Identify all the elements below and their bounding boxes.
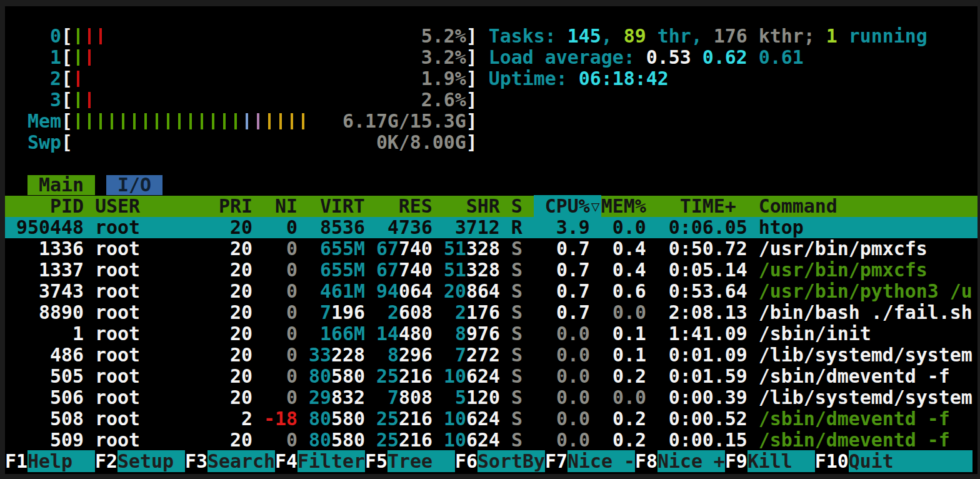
text-segment: htop bbox=[748, 216, 804, 238]
sort-column-cpu[interactable]: CPU%▽ bbox=[534, 195, 601, 217]
text-segment: root bbox=[95, 280, 208, 302]
text-segment: S bbox=[500, 238, 522, 260]
meter-tick bbox=[156, 113, 158, 129]
fn-f3-search-button[interactable]: F3Search bbox=[185, 450, 275, 472]
text-segment: root bbox=[95, 216, 208, 238]
process-row-8890[interactable]: 8890 root 20 0 7196 2608 2176 S 0.7 0.0 … bbox=[5, 302, 978, 323]
text-segment: 8536 bbox=[320, 216, 365, 238]
text-segment: 67 bbox=[376, 238, 399, 260]
text-segment: 0 bbox=[252, 259, 298, 281]
text-segment: 10 bbox=[444, 408, 466, 430]
text-segment: 3743 bbox=[5, 280, 95, 302]
text-segment: 0:53.64 bbox=[646, 280, 748, 302]
text-segment: 0:00.39 bbox=[646, 386, 748, 408]
meter-tick bbox=[77, 71, 79, 87]
text-segment bbox=[365, 429, 376, 451]
text-segment: 296 bbox=[399, 344, 432, 366]
fn-f5-tree-button[interactable]: F5Tree bbox=[365, 450, 455, 472]
meter-tick bbox=[223, 113, 226, 129]
process-row-3743[interactable]: 3743 root 20 0 461M 94064 20864 S 0.7 0.… bbox=[5, 281, 978, 302]
text-segment: 4736 bbox=[388, 216, 432, 238]
process-row-508[interactable]: 508 root 2 -18 80580 25216 10624 S 0.0 0… bbox=[5, 408, 978, 430]
text-segment: 0.2 bbox=[601, 408, 646, 430]
text-segment: 7 bbox=[320, 301, 331, 323]
meter-tick bbox=[167, 113, 169, 129]
text-segment: 864 bbox=[466, 280, 500, 302]
fn-key-label: F5 bbox=[365, 450, 388, 472]
text-segment: 808 bbox=[399, 386, 432, 408]
meter-tick bbox=[122, 113, 124, 129]
text-segment: S bbox=[500, 408, 522, 430]
text-segment: 0.0 bbox=[522, 408, 590, 430]
text-segment: 0.6 bbox=[601, 280, 646, 302]
memory-meter: Mem[ 6.17G/15.3G] bbox=[5, 111, 978, 132]
text-segment: 509 bbox=[5, 429, 95, 451]
text-segment: /sbin/init bbox=[748, 323, 871, 345]
text-segment bbox=[298, 259, 320, 281]
process-row-486[interactable]: 486 root 20 0 33228 8296 7272 S 0.0 0.1 … bbox=[5, 345, 978, 366]
tab-io[interactable]: I/O bbox=[106, 175, 162, 195]
process-row-950448[interactable]: 950448 root 20 0 8536 4736 3712 R 3.9 0.… bbox=[5, 217, 978, 238]
text-segment bbox=[590, 365, 601, 387]
text-segment: root bbox=[95, 259, 208, 281]
text-segment: 20 bbox=[208, 280, 252, 302]
text-segment: 0:01.09 bbox=[646, 344, 748, 366]
meter-tick bbox=[257, 113, 259, 129]
text-segment bbox=[432, 344, 455, 366]
text-segment: 0 bbox=[252, 238, 298, 260]
text-segment: [ bbox=[61, 131, 72, 153]
process-row-1336[interactable]: 1336 root 20 0 655M 67740 51328 S 0.7 0.… bbox=[5, 238, 978, 260]
fn-f9-kill-button[interactable]: F9Kill bbox=[725, 450, 815, 472]
text-segment bbox=[590, 280, 601, 302]
text-segment: [ bbox=[61, 25, 72, 47]
text-segment: 608 bbox=[399, 301, 432, 323]
text-segment: /usr/bin/python3 /u bbox=[748, 280, 972, 302]
fn-f1-help-button[interactable]: F1Help bbox=[5, 450, 95, 472]
text-segment: thr, bbox=[646, 25, 714, 47]
meter-tick bbox=[77, 49, 79, 66]
text-segment: 216 bbox=[399, 429, 432, 451]
meter-tick bbox=[178, 113, 181, 129]
process-row-1337[interactable]: 1337 root 20 0 655M 67740 51328 S 0.7 0.… bbox=[5, 260, 978, 281]
text-segment bbox=[365, 280, 376, 302]
text-segment: /sbin/dmeventd -f bbox=[748, 408, 950, 430]
meter-tick bbox=[133, 113, 136, 129]
text-segment: /usr/bin/pmxcfs bbox=[748, 259, 928, 281]
htop-terminal: 0[ 5.2%] Tasks: 145, 89 thr, 176 kthr; 1… bbox=[5, 6, 978, 474]
meter-tick bbox=[88, 92, 91, 108]
text-segment: 94 bbox=[376, 280, 399, 302]
text-segment: 0.2 bbox=[601, 429, 646, 451]
text-segment: 20 bbox=[208, 365, 252, 387]
text-segment: 0.4 bbox=[601, 238, 646, 260]
text-segment bbox=[590, 429, 601, 451]
text-segment: 80 bbox=[309, 408, 331, 430]
process-row-505[interactable]: 505 root 20 0 80580 25216 10624 S 0.0 0.… bbox=[5, 366, 978, 387]
fn-f7-nice--button[interactable]: F7Nice - bbox=[545, 450, 635, 472]
text-segment: MEM% TIME+ Command bbox=[601, 195, 838, 217]
text-segment: 20 bbox=[208, 429, 252, 451]
fn-f2-setup-button[interactable]: F2Setup bbox=[95, 450, 185, 472]
tab-main[interactable]: Main bbox=[28, 175, 95, 195]
text-segment bbox=[432, 216, 455, 238]
text-segment: 1:41.09 bbox=[646, 323, 748, 345]
text-segment: [ bbox=[61, 89, 72, 111]
text-segment: [ bbox=[61, 110, 72, 132]
text-segment: 486 bbox=[5, 344, 95, 366]
text-segment: 0.1 bbox=[601, 323, 646, 345]
fn-f4-filter-button[interactable]: F4Filter bbox=[275, 450, 365, 472]
process-row-506[interactable]: 506 root 20 0 29832 7808 5120 S 0.0 0.0 … bbox=[5, 387, 978, 408]
meter-tick bbox=[234, 113, 237, 129]
fn-key-label: F7 bbox=[545, 450, 568, 472]
process-row-1[interactable]: 1 root 20 0 166M 14480 8976 S 0.0 0.1 1:… bbox=[5, 323, 978, 345]
text-segment: /sbin/dmeventd -f bbox=[748, 365, 950, 387]
fn-f8-nice--button[interactable]: F8Nice + bbox=[635, 450, 725, 472]
text-segment bbox=[432, 280, 444, 302]
text-segment: root bbox=[95, 301, 208, 323]
process-row-509[interactable]: 509 root 20 0 80580 25216 10624 S 0.0 0.… bbox=[5, 430, 978, 451]
text-segment: 216 bbox=[399, 408, 432, 430]
text-segment: 20 bbox=[208, 323, 252, 345]
fn-f10-quit-button[interactable]: F10Quit bbox=[815, 450, 972, 472]
fn-f6-sortby-button[interactable]: F6SortBy bbox=[455, 450, 545, 472]
cpu-meter-3: 3[ 2.6%] bbox=[5, 89, 978, 111]
process-table-header[interactable]: PID USER PRI NI VIRT RES SHR S CPU%▽MEM%… bbox=[5, 196, 978, 217]
